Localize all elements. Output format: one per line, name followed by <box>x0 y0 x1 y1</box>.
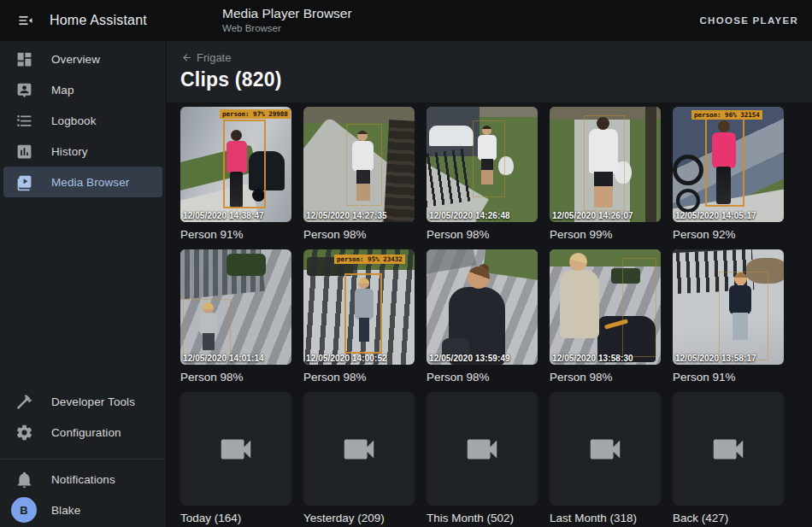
clip-card[interactable]: 12/05/2020 14:01:14 Person 98% <box>180 249 291 385</box>
folder-card-back[interactable]: Back (427) <box>673 392 784 526</box>
thumbnail-scenery <box>645 107 656 222</box>
back-arrow-icon <box>181 52 192 63</box>
clip-caption: Person 92% <box>673 228 784 243</box>
folder-label: Back (427) <box>673 512 784 526</box>
sidebar-item-profile[interactable]: B Blake <box>0 495 165 525</box>
back-link-label: Frigate <box>197 51 231 64</box>
folder-label: Last Month (318) <box>550 512 661 526</box>
clip-caption: Person 99% <box>550 228 661 243</box>
clip-timestamp-overlay: 12/05/2020 13:58:17 <box>675 354 756 363</box>
detection-label: person: 96% 32154 <box>691 110 762 120</box>
clip-card[interactable]: 12/05/2020 13:59:49 Person 98% <box>427 249 538 385</box>
clip-card[interactable]: 12/05/2020 13:58:17 Person 91% <box>673 249 784 385</box>
clip-thumbnail: 12/05/2020 14:26:07 <box>550 107 661 222</box>
person-figure <box>227 141 247 173</box>
home-assistant-app: Home Assistant Media Player Browser Web … <box>0 0 812 527</box>
clip-caption: Person 98% <box>427 371 538 385</box>
clip-card[interactable]: 12/05/2020 14:27:35 Person 98% <box>303 107 415 243</box>
sidebar-item-overview[interactable]: Overview <box>0 44 166 74</box>
clip-thumbnail: person: 96% 32154 12/05/2020 14:05:17 <box>673 107 784 222</box>
sidebar-item-notifications[interactable]: Notifications <box>0 464 165 495</box>
back-link[interactable]: Frigate <box>181 51 231 64</box>
list-bulleted-icon <box>15 111 33 130</box>
sidebar-item-logbook[interactable]: Logbook <box>0 105 166 136</box>
person-figure <box>729 285 751 314</box>
clip-card[interactable]: person: 96% 32154 12/05/2020 14:05:17 Pe… <box>673 107 784 243</box>
chart-box-icon <box>15 142 33 161</box>
clip-card[interactable]: person: 95% 23432 12/05/2020 14:00:52 Pe… <box>303 249 415 385</box>
clip-caption: Person 98% <box>550 371 661 385</box>
clip-thumbnail: 12/05/2020 13:58:17 <box>673 249 784 365</box>
person-figure <box>355 289 374 319</box>
trash-bag-shape <box>498 156 514 175</box>
sidebar-toggle-button[interactable] <box>14 9 38 32</box>
play-box-multiple-icon <box>15 173 33 191</box>
view-dashboard-icon <box>15 50 33 68</box>
app-title: Home Assistant <box>50 13 147 28</box>
sidebar-tools-nav: Developer Tools Configuration <box>0 386 165 448</box>
sidebar-main-nav: Overview Map Logbook History Media Brows… <box>0 41 166 197</box>
clips-heading: Clips (820) <box>180 68 282 91</box>
folder-card-yesterday[interactable]: Yesterday (209) <box>303 392 415 526</box>
person-figure <box>478 135 497 161</box>
clip-card[interactable]: 12/05/2020 14:26:07 Person 99% <box>550 107 661 243</box>
hammer-icon <box>15 392 33 411</box>
thumbnail-scenery <box>483 249 538 281</box>
folder-thumbnail <box>550 392 661 506</box>
folder-card-this-month[interactable]: This Month (502) <box>427 392 538 526</box>
sidebar-item-developer-tools[interactable]: Developer Tools <box>0 386 165 417</box>
folder-thumbnail <box>180 392 291 506</box>
avatar-initial: B <box>20 504 27 517</box>
folder-thumbnail <box>303 392 415 506</box>
clip-thumbnail: 12/05/2020 14:26:48 <box>427 107 538 222</box>
account-map-icon <box>15 80 33 99</box>
detection-label: person: 97% 29988 <box>220 109 291 119</box>
clip-timestamp-overlay: 12/05/2020 14:26:07 <box>552 211 633 220</box>
thumbnail-scenery <box>611 268 640 284</box>
thumbnail-scenery <box>227 254 266 276</box>
content-header: Frigate Clips (820) <box>167 41 812 102</box>
clip-caption: Person 98% <box>303 371 415 385</box>
clip-caption: Person 98% <box>180 371 291 385</box>
folder-thumbnail <box>427 392 538 506</box>
clip-timestamp-overlay: 12/05/2020 14:38:47 <box>183 211 264 220</box>
sidebar-divider <box>0 459 165 460</box>
menu-collapse-icon <box>17 12 34 29</box>
folder-label: Yesterday (209) <box>303 512 415 526</box>
video-camera-icon <box>709 430 748 469</box>
clip-thumbnail: 12/05/2020 14:01:14 <box>180 249 291 365</box>
clip-card[interactable]: 12/05/2020 13:58:30 Person 98% <box>550 249 661 385</box>
stroller-shape <box>249 151 285 190</box>
sidebar-item-history[interactable]: History <box>0 136 166 167</box>
clip-thumbnail: person: 97% 29988 12/05/2020 14:38:47 <box>180 107 291 222</box>
media-grid: person: 97% 29988 12/05/2020 14:38:47 Pe… <box>167 102 812 527</box>
folder-label: Today (164) <box>180 512 291 526</box>
sidebar-item-media-browser[interactable]: Media Browser <box>3 167 162 197</box>
page-subtitle: Web Browser <box>222 22 352 34</box>
detection-label: person: 95% 23432 <box>334 255 405 264</box>
clip-thumbnail: person: 95% 23432 12/05/2020 14:00:52 <box>303 249 415 365</box>
page-title-block: Media Player Browser Web Browser <box>222 5 352 34</box>
clip-card[interactable]: 12/05/2020 14:26:48 Person 98% <box>427 107 538 243</box>
person-figure <box>589 129 618 173</box>
clip-timestamp-overlay: 12/05/2020 13:59:49 <box>429 354 510 363</box>
sidebar-item-map[interactable]: Map <box>0 74 166 105</box>
sidebar: Overview Map Logbook History Media Brows… <box>0 41 167 527</box>
folder-card-last-month[interactable]: Last Month (318) <box>550 392 661 526</box>
clip-thumbnail: 12/05/2020 14:27:35 <box>303 107 415 222</box>
folder-card-today[interactable]: Today (164) <box>180 392 291 526</box>
video-camera-icon <box>216 430 256 469</box>
clip-caption: Person 91% <box>673 371 784 385</box>
person-figure <box>560 270 599 338</box>
thumbnail-scenery <box>550 249 661 266</box>
clip-thumbnail: 12/05/2020 13:59:49 <box>427 249 538 365</box>
sidebar-item-configuration[interactable]: Configuration <box>0 417 165 448</box>
clip-card[interactable]: person: 97% 29988 12/05/2020 14:38:47 Pe… <box>180 107 291 243</box>
bell-icon <box>15 470 33 489</box>
video-camera-icon <box>462 430 502 469</box>
person-figure <box>199 313 218 335</box>
folder-thumbnail <box>673 392 784 506</box>
sidebar-footer-nav: Notifications B Blake <box>0 464 165 525</box>
choose-player-button[interactable]: CHOOSE PLAYER <box>699 0 798 41</box>
avatar: B <box>11 497 37 523</box>
